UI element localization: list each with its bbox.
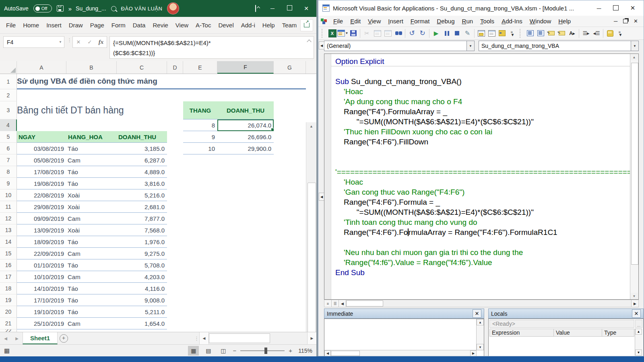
cell-A15[interactable]: 22/09/2019 (17, 248, 66, 259)
cell-A6[interactable]: 03/08/2019 (17, 143, 66, 154)
cell-F18[interactable] (217, 283, 274, 294)
row-header-21[interactable]: 21 (0, 318, 17, 329)
cell-F15[interactable] (217, 248, 274, 259)
cell-B11[interactable]: Xoài (66, 201, 117, 213)
scrollbar-thumb[interactable] (308, 183, 316, 356)
row-header-13[interactable]: 13 (0, 224, 17, 236)
procedure-view-button[interactable]: ≡ (324, 300, 332, 307)
code-line-6[interactable]: Range("F4").FormulaArray = _ (335, 107, 630, 117)
cell-A11[interactable]: 29/08/2019 (17, 201, 66, 213)
cell-D5[interactable] (167, 131, 183, 143)
cell-F17[interactable] (217, 271, 274, 283)
row-header-20[interactable]: 20 (0, 306, 17, 318)
ribbon-tab-data[interactable]: Data (129, 17, 149, 33)
document-title[interactable]: Su_dung_... (76, 5, 106, 12)
code-editor[interactable]: Option ExplicitSub Su_dung_ct_mang_trong… (331, 54, 630, 299)
cell-G1[interactable] (274, 74, 306, 89)
cell-E11[interactable] (183, 201, 217, 213)
column-header-G[interactable]: G (274, 61, 306, 74)
cell-B5[interactable]: HANG_HOA (66, 131, 117, 143)
cell-D18[interactable] (167, 283, 183, 294)
cell-B14[interactable]: Táo (66, 236, 117, 248)
cell-G17[interactable] (274, 271, 306, 283)
cell-F14[interactable] (217, 236, 274, 248)
object-combo-dropdown-icon[interactable]: ▼ (466, 41, 474, 51)
cell-D4[interactable] (167, 119, 183, 131)
cell-B19[interactable]: Táo (66, 294, 117, 306)
quick-info-icon[interactable] (546, 28, 556, 38)
new-sheet-button[interactable]: + (58, 332, 70, 344)
cell-A5[interactable]: NGAY (17, 131, 66, 143)
cell-E9[interactable] (183, 178, 217, 189)
cell-A12[interactable]: 09/09/2019 (17, 213, 66, 224)
row-header-18[interactable]: 18 (0, 283, 17, 294)
column-header-E[interactable]: E (183, 61, 217, 74)
code-line-12[interactable]: '=======================================… (335, 167, 630, 177)
save-icon[interactable] (348, 28, 358, 38)
cell-E17[interactable] (183, 271, 217, 283)
formula-input[interactable]: {=SUM((MONTH($A$6:$A$21)=E4)* ($C$6:$C$2… (109, 36, 314, 59)
locals-vscrollbar[interactable]: ▲ ▼ (635, 329, 642, 356)
row-header-19[interactable]: 19 (0, 294, 17, 306)
row-header-17[interactable]: 17 (0, 271, 17, 283)
zoom-in-button[interactable]: + (289, 347, 292, 354)
cell-B20[interactable]: Táo (66, 306, 117, 318)
cell-C6[interactable]: 3,185.0 (117, 143, 167, 154)
code-line-8[interactable]: 'Thuc hien FillDown xuong cho cac o con … (335, 127, 630, 137)
cell-A21[interactable]: 25/10/2019 (17, 318, 66, 329)
cell-G4[interactable] (274, 119, 306, 131)
row-header-5[interactable]: 5 (0, 131, 17, 143)
row-header-1[interactable]: 1 (0, 74, 17, 89)
cell-B4[interactable] (66, 119, 117, 131)
cell-D10[interactable] (167, 189, 183, 201)
cell-B18[interactable]: Táo (66, 283, 117, 294)
cell-D16[interactable] (167, 259, 183, 271)
cell-D11[interactable] (167, 201, 183, 213)
cell-C18[interactable]: 4,116.0 (117, 283, 167, 294)
locals-column-type[interactable]: Type (602, 329, 634, 337)
code-hscroll-left-icon[interactable]: ◀ (339, 300, 346, 307)
ribbon-tab-file[interactable]: File (2, 17, 19, 33)
cell-F16[interactable] (217, 259, 274, 271)
vba-menu-format[interactable]: Format (407, 18, 433, 25)
cell-E19[interactable] (183, 294, 217, 306)
procedure-combo-dropdown-icon[interactable]: ▼ (631, 41, 638, 51)
cell-E13[interactable] (183, 224, 217, 236)
cell-A13[interactable]: 13/09/2019 (17, 224, 66, 236)
zoom-level[interactable]: 115% (296, 348, 312, 354)
row-header-12[interactable]: 12 (0, 213, 17, 224)
cell-A14[interactable]: 18/09/2019 (17, 236, 66, 248)
ribbon-tab-form[interactable]: Form (108, 17, 129, 33)
cell-C16[interactable]: 5,708.0 (117, 259, 167, 271)
column-header-B[interactable]: B (66, 61, 117, 74)
full-module-view-button[interactable]: ☰ (332, 300, 339, 307)
cell-C21[interactable]: 1,654.0 (117, 318, 167, 329)
ribbon-display-options-button[interactable] (250, 5, 262, 12)
fill-handle[interactable] (271, 128, 274, 131)
module-minimize-button[interactable]: ─ (614, 18, 617, 24)
cell-E21[interactable] (183, 318, 217, 329)
cell-D19[interactable] (167, 294, 183, 306)
vba-menu-run[interactable]: Run (458, 18, 477, 25)
vba-menu-view[interactable]: View (364, 18, 384, 25)
cell-G13[interactable] (274, 224, 306, 236)
cell-E16[interactable] (183, 259, 217, 271)
cell-C2[interactable] (117, 89, 167, 101)
cell-G10[interactable] (274, 189, 306, 201)
cell-A9[interactable]: 19/08/2019 (17, 178, 66, 189)
indent-icon[interactable]: ☰▸ (581, 28, 591, 38)
cell-F19[interactable] (217, 294, 274, 306)
cell-D9[interactable] (167, 178, 183, 189)
edit-toolbar-overflow-icon[interactable]: »▼ (615, 28, 625, 38)
cell-E3[interactable]: THANG (183, 101, 217, 119)
row-header-10[interactable]: 10 (0, 189, 17, 201)
reset-icon[interactable] (452, 28, 462, 38)
cell-D1[interactable] (167, 74, 183, 89)
locals-column-expression[interactable]: Expression (489, 329, 554, 337)
ribbon-tab-devel[interactable]: Devel (215, 17, 237, 33)
tab-bar-grip[interactable]: ⋮ (194, 332, 199, 344)
toolbar-overflow-icon[interactable]: »▼ (508, 28, 518, 38)
name-box-dropdown-icon[interactable]: ▼ (57, 40, 64, 44)
cell-B21[interactable]: Cam (66, 318, 117, 329)
immediate-hscrollbar[interactable]: ◀ ▶ (324, 350, 477, 356)
